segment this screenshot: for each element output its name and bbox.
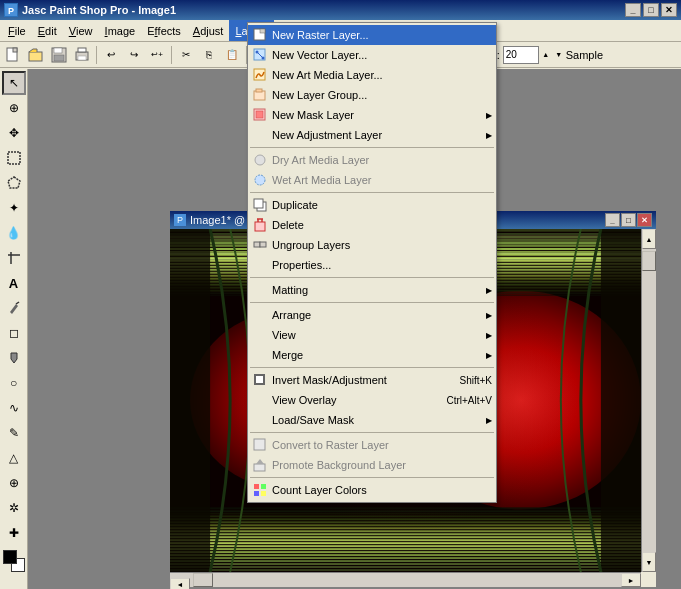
- menu-new-raster-layer[interactable]: New Raster Layer...: [248, 25, 496, 45]
- menu-adjust[interactable]: Adjust: [187, 20, 230, 41]
- svg-rect-69: [170, 229, 210, 572]
- delete-icon: [252, 217, 268, 233]
- bucket-button[interactable]: [2, 346, 26, 370]
- smudge-button[interactable]: ∿: [2, 396, 26, 420]
- app-icon: P: [4, 3, 18, 17]
- zoom-tool-button[interactable]: ⊕: [2, 96, 26, 120]
- menu-effects[interactable]: Effects: [141, 20, 187, 41]
- menu-properties[interactable]: Properties...: [248, 255, 496, 275]
- maximize-button[interactable]: □: [643, 3, 659, 17]
- tolerance-down[interactable]: ▼: [553, 44, 565, 66]
- paste-button[interactable]: 📋: [221, 44, 243, 66]
- menu-view[interactable]: View: [63, 20, 99, 41]
- menu-delete[interactable]: Delete: [248, 215, 496, 235]
- menu-invert-mask[interactable]: Invert Mask/Adjustment Shift+K: [248, 370, 496, 390]
- menu-count-layer-colors[interactable]: Count Layer Colors: [248, 480, 496, 500]
- svg-rect-1: [13, 48, 17, 52]
- menu-file[interactable]: File: [2, 20, 32, 41]
- load-save-arrow-icon: ▶: [486, 416, 492, 425]
- crop-button[interactable]: [2, 246, 26, 270]
- print-button[interactable]: [71, 44, 93, 66]
- scratch-button[interactable]: ✲: [2, 496, 26, 520]
- svg-rect-62: [170, 551, 641, 553]
- new-mask-icon: [252, 107, 268, 123]
- menu-matting[interactable]: Matting ▶: [248, 280, 496, 300]
- dropper-button[interactable]: 💧: [2, 221, 26, 245]
- rect-select-button[interactable]: [2, 146, 26, 170]
- tolerance-up[interactable]: ▲: [540, 44, 552, 66]
- vertical-scrollbar[interactable]: ▲ ▼: [641, 229, 656, 572]
- svg-rect-2: [29, 52, 42, 61]
- image-minimize-btn[interactable]: _: [605, 213, 620, 227]
- svg-rect-65: [170, 560, 641, 562]
- arrow-tool-button[interactable]: ↖: [2, 71, 26, 95]
- separator-5: [250, 367, 494, 368]
- heal-button[interactable]: ✚: [2, 521, 26, 545]
- wet-art-icon: [252, 172, 268, 188]
- dodge-button[interactable]: ○: [2, 371, 26, 395]
- title-bar: P Jasc Paint Shop Pro - Image1 _ □ ✕: [0, 0, 681, 20]
- undo-button[interactable]: ↩: [100, 44, 122, 66]
- menu-arrange[interactable]: Arrange ▶: [248, 305, 496, 325]
- svg-rect-91: [254, 242, 260, 247]
- menu-merge[interactable]: Merge ▶: [248, 345, 496, 365]
- matting-arrow-icon: ▶: [486, 286, 492, 295]
- clone-button[interactable]: ⊕: [2, 471, 26, 495]
- menu-duplicate[interactable]: Duplicate: [248, 195, 496, 215]
- image-restore-btn[interactable]: □: [621, 213, 636, 227]
- menu-new-vector-layer[interactable]: New Vector Layer...: [248, 45, 496, 65]
- paint-button[interactable]: [2, 296, 26, 320]
- menu-edit[interactable]: Edit: [32, 20, 63, 41]
- save-button[interactable]: [48, 44, 70, 66]
- text-button[interactable]: A: [2, 271, 26, 295]
- move-tool-button[interactable]: ✥: [2, 121, 26, 145]
- ungroup-icon: [252, 237, 268, 253]
- close-button[interactable]: ✕: [661, 3, 677, 17]
- tolerance-input[interactable]: [503, 46, 539, 64]
- left-toolbar: ↖ ⊕ ✥ ✦ 💧 A ◻ ○ ∿ ✎ △ ⊕ ✲ ✚: [0, 69, 28, 589]
- svg-rect-64: [170, 557, 641, 559]
- menu-new-layer-group[interactable]: New Layer Group...: [248, 85, 496, 105]
- eraser-button[interactable]: ◻: [2, 321, 26, 345]
- minimize-button[interactable]: _: [625, 3, 641, 17]
- svg-marker-97: [256, 459, 264, 464]
- menu-image[interactable]: Image: [99, 20, 142, 41]
- svg-marker-10: [8, 177, 20, 188]
- image-win-controls: _ □ ✕: [605, 213, 652, 227]
- copy-button[interactable]: ⎘: [198, 44, 220, 66]
- sample-label: Sample: [566, 49, 603, 61]
- menu-ungroup-layers[interactable]: Ungroup Layers: [248, 235, 496, 255]
- free-select-button[interactable]: [2, 171, 26, 195]
- invert-mask-icon: [252, 372, 268, 388]
- svg-rect-60: [170, 545, 641, 547]
- shapes-button[interactable]: △: [2, 446, 26, 470]
- duplicate-icon: [252, 197, 268, 213]
- menu-load-save-mask[interactable]: Load/Save Mask ▶: [248, 410, 496, 430]
- pen-button[interactable]: ✎: [2, 421, 26, 445]
- image-icon: P: [174, 214, 186, 226]
- menu-view-overlay[interactable]: View Overlay Ctrl+Alt+V: [248, 390, 496, 410]
- menu-view[interactable]: View ▶: [248, 325, 496, 345]
- horizontal-scrollbar[interactable]: ◄ ►: [170, 572, 641, 587]
- new-button[interactable]: [2, 44, 24, 66]
- svg-rect-101: [261, 491, 266, 496]
- menu-wet-art-media: Wet Art Media Layer: [248, 170, 496, 190]
- svg-rect-7: [78, 48, 86, 52]
- svg-rect-68: [170, 569, 641, 571]
- color-swatches[interactable]: [3, 550, 25, 572]
- svg-point-84: [255, 175, 265, 185]
- open-button[interactable]: [25, 44, 47, 66]
- menu-new-mask-layer[interactable]: New Mask Layer ▶: [248, 105, 496, 125]
- menu-new-adjustment-layer[interactable]: New Adjustment Layer ▶: [248, 125, 496, 145]
- redo-button[interactable]: ↪: [123, 44, 145, 66]
- menu-new-art-media-layer[interactable]: New Art Media Layer...: [248, 65, 496, 85]
- image-close-btn[interactable]: ✕: [637, 213, 652, 227]
- cut-button[interactable]: ✂: [175, 44, 197, 66]
- undo-hist-button[interactable]: ↩+: [146, 44, 168, 66]
- magic-wand-button[interactable]: ✦: [2, 196, 26, 220]
- adjustment-arrow-icon: ▶: [486, 131, 492, 140]
- svg-rect-59: [170, 542, 641, 544]
- toolbar-separator-2: [171, 46, 172, 64]
- new-raster-icon: [252, 27, 268, 43]
- svg-rect-96: [254, 464, 265, 471]
